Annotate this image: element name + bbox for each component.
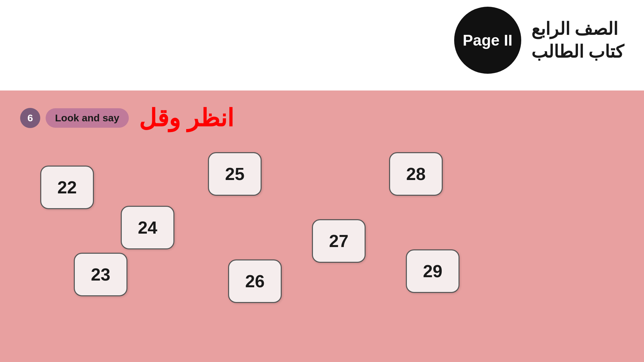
numbers-area: 22 23 24 25 26 27 28 29: [20, 145, 624, 362]
header: الصف الرابع كتاب الطالب Page II: [454, 7, 624, 74]
activity-label: Look and say: [46, 108, 129, 128]
header-text: الصف الرابع كتاب الطالب: [531, 19, 624, 62]
number-card-29: 29: [406, 249, 460, 293]
number-card-28: 28: [389, 152, 443, 196]
activity-number: 6: [20, 108, 40, 128]
number-card-24: 24: [121, 206, 174, 249]
number-card-26: 26: [228, 259, 282, 303]
number-card-23: 23: [74, 253, 127, 296]
header-title-line1: الصف الرابع: [531, 19, 618, 39]
page-circle-text: Page II: [463, 31, 512, 49]
number-card-27: 27: [312, 219, 366, 263]
number-card-22: 22: [40, 166, 94, 209]
main-section: انظر وقل Look and say 6 22 23 24 25 26 2…: [0, 90, 644, 362]
header-title-line2: كتاب الطالب: [531, 42, 624, 62]
page-circle: Page II: [454, 7, 521, 74]
number-card-25: 25: [208, 152, 262, 196]
activity-header: انظر وقل Look and say 6: [20, 104, 624, 132]
activity-label-container: Look and say 6: [20, 108, 129, 128]
arabic-instruction: انظر وقل: [139, 104, 234, 132]
